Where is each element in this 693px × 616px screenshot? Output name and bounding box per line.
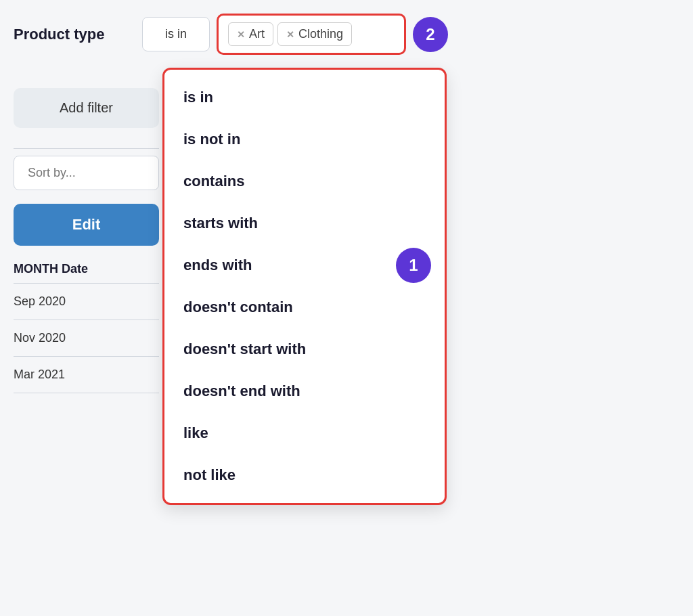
dropdown-item-doesnt-contain[interactable]: doesn't contain <box>164 286 445 328</box>
filter-count-badge: 2 <box>413 17 448 52</box>
filter-tag-art-close-icon[interactable]: ✕ <box>237 29 245 40</box>
edit-button[interactable]: Edit <box>14 204 159 246</box>
left-panel: Add filter Edit MONTH Date Sep 2020 Nov … <box>14 88 159 393</box>
dropdown-item-starts-with[interactable]: starts with <box>164 202 445 244</box>
filter-row: Product type is in ✕ Art ✕ Clothing 2 <box>14 14 679 55</box>
filter-tag-art[interactable]: ✕ Art <box>228 22 273 46</box>
dropdown-item-ends-with[interactable]: ends with1 <box>164 244 445 286</box>
filter-tag-clothing-label: Clothing <box>298 27 343 41</box>
filter-label: Product type <box>14 26 135 43</box>
filter-tags-wrapper[interactable]: ✕ Art ✕ Clothing <box>217 14 406 55</box>
filter-tag-clothing-close-icon[interactable]: ✕ <box>286 29 294 40</box>
dropdown-item-contains[interactable]: contains <box>164 160 445 202</box>
main-container: Product type is in ✕ Art ✕ Clothing 2 is… <box>0 0 693 616</box>
date-row-1: Nov 2020 <box>14 320 159 356</box>
month-date-label: MONTH Date <box>14 262 159 276</box>
dropdown-badge-ends-with: 1 <box>396 248 431 283</box>
filter-tag-art-label: Art <box>249 27 265 41</box>
dropdown-item-doesnt-start-with[interactable]: doesn't start with <box>164 328 445 370</box>
dropdown-menu: is inis not incontainsstarts withends wi… <box>162 68 447 505</box>
dropdown-item-not-like[interactable]: not like <box>164 454 445 496</box>
dropdown-item-like[interactable]: like <box>164 412 445 454</box>
add-filter-button[interactable]: Add filter <box>14 88 159 128</box>
filter-tag-clothing[interactable]: ✕ Clothing <box>277 22 352 46</box>
filter-operator[interactable]: is in <box>142 17 210 51</box>
sort-by-input[interactable] <box>14 156 159 190</box>
dropdown-item-is-in[interactable]: is in <box>164 76 445 118</box>
divider <box>14 148 159 149</box>
date-row-2: Mar 2021 <box>14 356 159 393</box>
dropdown-item-is-not-in[interactable]: is not in <box>164 118 445 160</box>
dropdown-item-doesnt-end-with[interactable]: doesn't end with <box>164 370 445 412</box>
date-row-0: Sep 2020 <box>14 283 159 320</box>
